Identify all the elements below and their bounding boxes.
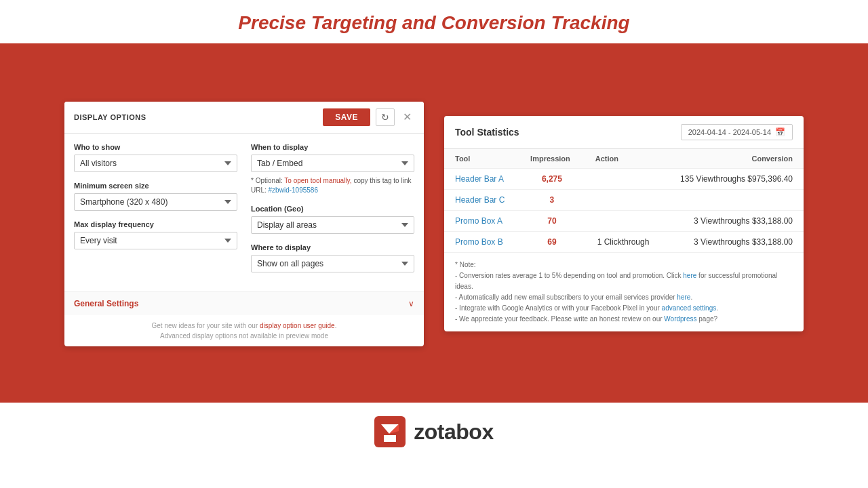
where-to-display-label: Where to display	[251, 243, 414, 251]
action-header-bar-c	[585, 190, 663, 211]
tool-hash-link[interactable]: #zbwid-1095586	[269, 186, 318, 194]
page-title: Precise Targeting and Conversion Trackin…	[0, 12, 868, 34]
chevron-down-icon: ∨	[408, 299, 414, 308]
col-conversion: Conversion	[662, 149, 804, 169]
table-header-row: Tool Impression Action Conversion	[444, 149, 804, 169]
table-row: Header Bar C 3	[444, 190, 804, 211]
conversion-promo-box-a: 3 Viewthroughs $33,188.00	[662, 211, 804, 232]
user-guide-link[interactable]: display option user guide	[260, 322, 335, 329]
brand-name: zotabox	[414, 420, 493, 445]
location-geo-group: Location (Geo) Display all areas Specifi…	[251, 205, 414, 234]
action-header-bar-a	[585, 169, 663, 190]
calendar-icon: 📅	[775, 127, 785, 137]
stats-table: Tool Impression Action Conversion Header…	[444, 149, 804, 253]
when-to-display-select[interactable]: Tab / Embed Immediately After scroll	[251, 155, 414, 172]
note-2: - Automatically add new email subscriber…	[455, 292, 793, 303]
display-options-panel: DISPLAY OPTIONS SAVE ↻ ✕ Who to show All…	[64, 102, 424, 346]
where-to-display-group: Where to display Show on all pages Speci…	[251, 243, 414, 272]
min-screen-size-select[interactable]: Smartphone (320 x 480) Tablet (768 x 102…	[74, 193, 237, 211]
min-screen-size-group: Minimum screen size Smartphone (320 x 48…	[74, 182, 237, 211]
note-1: - Conversion rates average 1 to 5% depen…	[455, 270, 793, 292]
left-column: Who to show All visitors New visitors Re…	[74, 143, 237, 282]
zotabox-logo-icon	[374, 416, 406, 447]
main-section: DISPLAY OPTIONS SAVE ↻ ✕ Who to show All…	[0, 45, 868, 403]
stats-notes: * Note: - Conversion rates average 1 to …	[444, 253, 804, 331]
save-button[interactable]: SAVE	[323, 108, 370, 126]
svg-marker-2	[384, 435, 396, 442]
note-here-link-1[interactable]: here	[683, 272, 696, 279]
when-to-display-label: When to display	[251, 143, 414, 151]
impression-header-bar-a: 6,275	[519, 169, 585, 190]
stats-header: Tool Statistics 2024-04-14 - 2024-05-14 …	[444, 116, 804, 149]
min-screen-size-label: Minimum screen size	[74, 182, 237, 190]
action-promo-box-b: 1 Clickthrough	[585, 232, 663, 253]
when-to-display-group: When to display Tab / Embed Immediately …	[251, 143, 414, 195]
date-range-text: 2024-04-14 - 2024-05-14	[688, 128, 771, 136]
table-row: Promo Box A 70 3 Viewthroughs $33,188.00	[444, 211, 804, 232]
location-geo-label: Location (Geo)	[251, 205, 414, 213]
date-range[interactable]: 2024-04-14 - 2024-05-14 📅	[681, 124, 793, 140]
col-impression: Impression	[519, 149, 585, 169]
stats-title: Tool Statistics	[455, 127, 519, 138]
tool-header-bar-c[interactable]: Header Bar C	[444, 190, 519, 211]
page-footer: zotabox	[0, 403, 868, 461]
note-4: - We appreciate your feedback. Please wr…	[455, 314, 793, 325]
who-to-show-group: Who to show All visitors New visitors Re…	[74, 143, 237, 172]
panel-header: DISPLAY OPTIONS SAVE ↻ ✕	[64, 102, 424, 134]
panel-title: DISPLAY OPTIONS	[74, 113, 146, 121]
page-header: Precise Targeting and Conversion Trackin…	[0, 0, 868, 45]
general-settings-label: General Settings	[74, 299, 138, 308]
note-here-link-2[interactable]: here	[677, 293, 690, 301]
refresh-button[interactable]: ↻	[376, 108, 395, 126]
panel-actions: SAVE ↻ ✕	[323, 108, 414, 126]
right-column: When to display Tab / Embed Immediately …	[251, 143, 414, 282]
tool-promo-box-a[interactable]: Promo Box A	[444, 211, 519, 232]
panel-body: Who to show All visitors New visitors Re…	[64, 134, 424, 291]
close-button[interactable]: ✕	[400, 110, 414, 123]
col-action: Action	[585, 149, 663, 169]
note-3: - Integrate with Google Analytics or wit…	[455, 303, 793, 314]
col-tool: Tool	[444, 149, 519, 169]
panel-footer: Get new ideas for your site with our dis…	[64, 315, 424, 346]
table-row: Promo Box B 69 1 Clickthrough 3 Viewthro…	[444, 232, 804, 253]
footer-line1: Get new ideas for your site with our dis…	[74, 321, 414, 331]
tool-header-bar-a[interactable]: Header Bar A	[444, 169, 519, 190]
open-tool-link[interactable]: To open tool manually,	[284, 177, 351, 184]
impression-promo-box-a: 70	[519, 211, 585, 232]
stats-panel: Tool Statistics 2024-04-14 - 2024-05-14 …	[444, 116, 804, 331]
tool-promo-box-b[interactable]: Promo Box B	[444, 232, 519, 253]
conversion-promo-box-b: 3 Viewthroughs $33,188.00	[662, 232, 804, 253]
table-row: Header Bar A 6,275 135 Viewthroughs $975…	[444, 169, 804, 190]
general-settings-bar[interactable]: General Settings ∨	[64, 291, 424, 315]
max-display-freq-select[interactable]: Every visit Once per session Once per da…	[74, 232, 237, 249]
optional-note: * Optional: To open tool manually, copy …	[251, 176, 414, 195]
wordpress-link[interactable]: Wordpress	[664, 315, 696, 323]
max-display-freq-group: Max display frequency Every visit Once p…	[74, 220, 237, 249]
who-to-show-select[interactable]: All visitors New visitors Returning visi…	[74, 155, 237, 172]
conversion-header-bar-a: 135 Viewthroughs $975,396.40	[662, 169, 804, 190]
footer-line2: Advanced display options not available i…	[74, 331, 414, 341]
where-to-display-select[interactable]: Show on all pages Specific pages	[251, 255, 414, 272]
who-to-show-label: Who to show	[74, 143, 237, 151]
action-promo-box-a	[585, 211, 663, 232]
logo-container: zotabox	[374, 416, 493, 447]
note-header: * Note:	[455, 260, 793, 270]
location-geo-select[interactable]: Display all areas Specific countries	[251, 216, 414, 234]
impression-promo-box-b: 69	[519, 232, 585, 253]
conversion-header-bar-c	[662, 190, 804, 211]
impression-header-bar-c: 3	[519, 190, 585, 211]
advanced-settings-link[interactable]: advanced settings	[662, 304, 717, 312]
max-display-freq-label: Max display frequency	[74, 220, 237, 228]
